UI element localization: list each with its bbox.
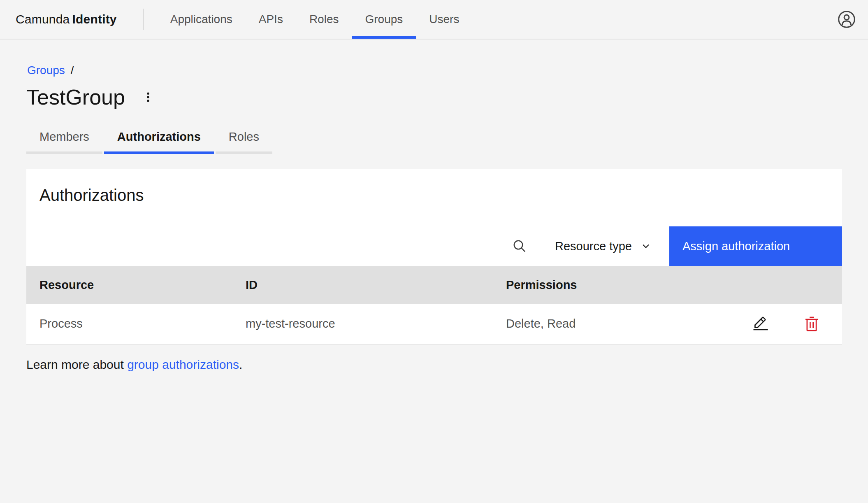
camunda-identity-app: CamundaIdentity Applications APIs Roles … <box>0 0 868 503</box>
breadcrumb-separator: / <box>71 64 74 77</box>
header-right <box>835 8 858 31</box>
assign-authorization-button[interactable]: Assign authorization <box>669 226 842 266</box>
nav-item-roles[interactable]: Roles <box>296 0 352 39</box>
cell-id: my-test-resource <box>232 304 493 344</box>
chevron-down-icon <box>632 240 652 253</box>
user-menu-button[interactable] <box>835 8 858 31</box>
cell-resource: Process <box>26 304 232 344</box>
breadcrumb-link-groups[interactable]: Groups <box>27 64 65 77</box>
main-nav: Applications APIs Roles Groups Users <box>157 0 473 39</box>
table-header-row: Resource ID Permissions <box>26 266 842 304</box>
brand-logo[interactable]: CamundaIdentity <box>16 12 117 26</box>
card-heading: Authorizations <box>26 169 842 206</box>
nav-item-apis[interactable]: APIs <box>246 0 296 39</box>
title-row: TestGroup <box>26 84 868 110</box>
column-header-actions-delete <box>781 266 842 304</box>
brand-product: Identity <box>72 12 116 26</box>
resource-type-label: Resource type <box>555 240 632 253</box>
page-title: TestGroup <box>26 84 125 110</box>
edit-authorization-button[interactable] <box>747 311 774 337</box>
learn-more-suffix: . <box>239 358 242 371</box>
table-toolbar: Resource type Assign authorization <box>26 226 842 266</box>
column-header-actions-edit <box>740 266 781 304</box>
tab-authorizations[interactable]: Authorizations <box>104 130 214 154</box>
edit-icon <box>752 316 769 332</box>
authorizations-table: Resource ID Permissions Process my-test-… <box>26 266 842 345</box>
tab-roles[interactable]: Roles <box>216 130 272 154</box>
cell-permissions: Delete, Read <box>493 304 740 344</box>
column-header-id: ID <box>232 266 493 304</box>
group-authorizations-link[interactable]: group authorizations <box>127 358 239 371</box>
nav-item-users[interactable]: Users <box>416 0 472 39</box>
group-detail-tabs: Members Authorizations Roles <box>26 130 868 154</box>
search-icon <box>512 238 527 254</box>
column-header-permissions: Permissions <box>493 266 740 304</box>
user-avatar-icon <box>837 10 856 29</box>
column-header-resource: Resource <box>26 266 232 304</box>
learn-more-prefix: Learn more about <box>26 358 127 371</box>
authorizations-card: Authorizations Resource type Assi <box>26 169 842 345</box>
trash-can-icon <box>803 316 820 332</box>
resource-type-dropdown[interactable]: Resource type <box>544 226 663 266</box>
brand-name: Camunda <box>16 12 70 26</box>
overflow-menu-button[interactable] <box>137 86 160 109</box>
learn-more-text: Learn more about group authorizations. <box>26 358 868 372</box>
tab-members[interactable]: Members <box>26 130 102 154</box>
app-header: CamundaIdentity Applications APIs Roles … <box>0 0 868 40</box>
header-divider <box>143 9 144 30</box>
search-button[interactable] <box>500 226 539 266</box>
overflow-menu-vertical-icon <box>140 89 156 105</box>
breadcrumb: Groups/ <box>27 63 868 78</box>
nav-item-applications[interactable]: Applications <box>157 0 246 39</box>
delete-authorization-button[interactable] <box>798 311 825 337</box>
nav-item-groups[interactable]: Groups <box>352 0 416 39</box>
table-row: Process my-test-resource Delete, Read <box>26 304 842 344</box>
